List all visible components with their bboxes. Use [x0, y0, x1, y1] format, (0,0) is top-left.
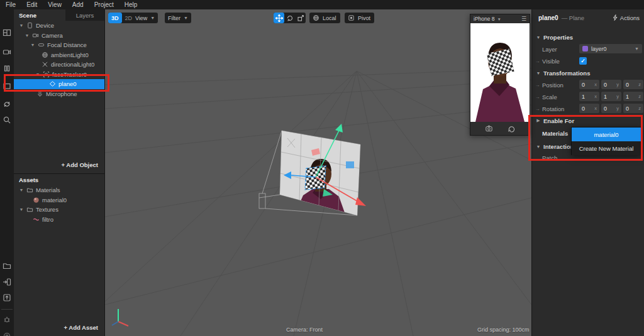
- chevron-down-icon[interactable]: ▼: [25, 33, 30, 38]
- scene-item-facetracker0[interactable]: ▼ faceTracker0: [14, 70, 104, 80]
- microphone-icon: [36, 90, 43, 97]
- position-y-field[interactable]: 0y: [601, 80, 621, 89]
- assets-panel: Assets ▼ Materials material0 ▼ Textures …: [14, 174, 105, 336]
- position-x-field[interactable]: 0x: [579, 80, 599, 89]
- scene-item-camera[interactable]: ▼ Camera: [14, 31, 104, 41]
- tab-layers[interactable]: Layers: [65, 9, 104, 21]
- face-tracker-icon: [43, 71, 50, 78]
- move-tool-button[interactable]: [274, 13, 284, 23]
- record-icon[interactable]: [2, 331, 12, 336]
- folder-icon[interactable]: [2, 261, 12, 271]
- assets-item-materials[interactable]: ▼ Materials: [14, 185, 104, 195]
- menu-view[interactable]: View: [48, 1, 62, 8]
- scale-x-field[interactable]: 1x: [579, 92, 599, 101]
- layer-dropdown[interactable]: layer0 ▼: [579, 44, 642, 53]
- assets-item-material0[interactable]: material0: [14, 195, 104, 205]
- rotation-fields: 0x 0y 0z: [579, 104, 643, 113]
- gizmo-plane-handle-blue[interactable]: [346, 161, 354, 168]
- menu-project[interactable]: Project: [94, 1, 114, 8]
- face-plane-selected[interactable]: [305, 166, 326, 190]
- rotate-device-icon[interactable]: [507, 124, 515, 133]
- menu-add[interactable]: Add: [72, 1, 84, 8]
- patch-editor-icon[interactable]: [2, 63, 12, 73]
- test-icon[interactable]: [2, 315, 12, 325]
- viewport-canvas[interactable]: [105, 9, 531, 336]
- assets-item-filtro[interactable]: filtro: [14, 215, 104, 225]
- inspector-header: plane0 — Plane Actions: [532, 12, 644, 23]
- patch-connector-icon[interactable]: →: [535, 106, 540, 112]
- assets-panel-header: Assets: [14, 174, 104, 185]
- simulator-preview-panel: iPhone 8 ▼ ☰: [470, 14, 530, 136]
- filter-dropdown[interactable]: Filter▼: [165, 13, 191, 23]
- scene-item-device[interactable]: ▼ Device: [14, 21, 104, 31]
- mode-3d-button[interactable]: 3D: [108, 13, 122, 23]
- scale-tool-button[interactable]: [295, 13, 306, 23]
- position-z-field[interactable]: 0z: [623, 80, 643, 89]
- scale-z-field[interactable]: 1z: [623, 92, 643, 101]
- flip-camera-icon[interactable]: [485, 124, 493, 133]
- chevron-down-icon: ▼: [536, 35, 541, 40]
- axis-indicator: [112, 309, 128, 326]
- scale-y-field[interactable]: 1y: [601, 92, 621, 101]
- device-icon: [26, 22, 33, 29]
- rotation-x-field[interactable]: 0x: [579, 104, 599, 113]
- material-sphere-icon: [33, 197, 40, 203]
- chevron-down-icon[interactable]: ▼: [19, 23, 24, 28]
- video-camera-icon[interactable]: [2, 47, 12, 57]
- scene-item-plane0[interactable]: plane0: [14, 79, 104, 89]
- patch-connector-icon[interactable]: →: [535, 94, 540, 100]
- search-icon[interactable]: [2, 115, 12, 125]
- material-option-material0[interactable]: material0: [572, 127, 641, 141]
- transform-tools-group: [274, 13, 306, 23]
- assets-panel-title: Assets: [14, 174, 104, 185]
- menu-edit[interactable]: Edit: [26, 1, 37, 8]
- chevron-down-icon[interactable]: ▼: [35, 72, 40, 77]
- send-to-device-icon[interactable]: [2, 277, 12, 287]
- scene-item-ambientlight0[interactable]: ambientLight0: [14, 50, 104, 60]
- view-dropdown[interactable]: View▼: [132, 13, 158, 23]
- section-transformations[interactable]: ▼ Transformations: [532, 68, 644, 78]
- directional-light-icon: [42, 61, 48, 68]
- scene-item-focal-distance[interactable]: ▼ Focal Distance: [14, 40, 104, 50]
- chevron-down-icon: ▼: [635, 46, 639, 51]
- rotation-y-field[interactable]: 0y: [601, 104, 621, 113]
- section-properties[interactable]: ▼ Properties: [532, 32, 644, 42]
- pivot-button[interactable]: Pivot: [345, 13, 374, 23]
- preview-menu-icon[interactable]: ☰: [521, 16, 526, 22]
- add-asset-button[interactable]: + Add Asset: [64, 324, 98, 331]
- scene-item-microphone[interactable]: Microphone: [14, 89, 104, 99]
- chevron-down-icon[interactable]: ▼: [19, 188, 24, 192]
- menu-file[interactable]: File: [6, 1, 16, 8]
- plane-icon: [49, 80, 56, 87]
- chevron-down-icon[interactable]: ▼: [30, 43, 35, 47]
- local-space-dropdown[interactable]: Local: [309, 13, 340, 23]
- patch-connector-icon[interactable]: →: [535, 82, 540, 88]
- chevron-down-icon: ▼: [150, 16, 155, 20]
- chevron-down-icon[interactable]: ▼: [497, 17, 501, 21]
- patch-connector-icon[interactable]: →: [535, 58, 540, 64]
- sync-icon[interactable]: [2, 99, 12, 109]
- visible-checkbox[interactable]: ✓: [579, 57, 587, 65]
- camera-icon: [32, 32, 39, 39]
- panels-icon[interactable]: [2, 28, 12, 38]
- scene-item-directionallight0[interactable]: directionalLight0: [14, 60, 104, 70]
- menu-help[interactable]: Help: [125, 1, 138, 8]
- rotation-z-field[interactable]: 0z: [623, 104, 643, 113]
- add-object-button[interactable]: + Add Object: [61, 161, 98, 168]
- assets-item-textures[interactable]: ▼ Textures: [14, 205, 104, 215]
- rail-divider: [1, 309, 13, 310]
- actions-button[interactable]: Actions: [612, 14, 640, 21]
- preview-footer: [470, 122, 530, 135]
- viewport-icon[interactable]: [2, 81, 12, 91]
- dimension-toggle: 3D 2D: [108, 13, 135, 23]
- chevron-down-icon[interactable]: ▼: [19, 207, 24, 212]
- device-selector[interactable]: iPhone 8: [474, 16, 495, 22]
- preview-header: iPhone 8 ▼ ☰: [470, 14, 530, 23]
- viewport-3d[interactable]: Camera: Front Grid spacing: 100cm: [105, 9, 531, 336]
- section-enable-for[interactable]: ▶ Enable For: [532, 116, 644, 126]
- rotate-tool-button[interactable]: [284, 13, 295, 23]
- create-new-material-option[interactable]: Create New Material: [572, 141, 641, 155]
- ambient-light-icon: [42, 51, 48, 58]
- publish-icon[interactable]: [2, 293, 12, 303]
- camera-status-label: Camera: Front: [286, 327, 323, 333]
